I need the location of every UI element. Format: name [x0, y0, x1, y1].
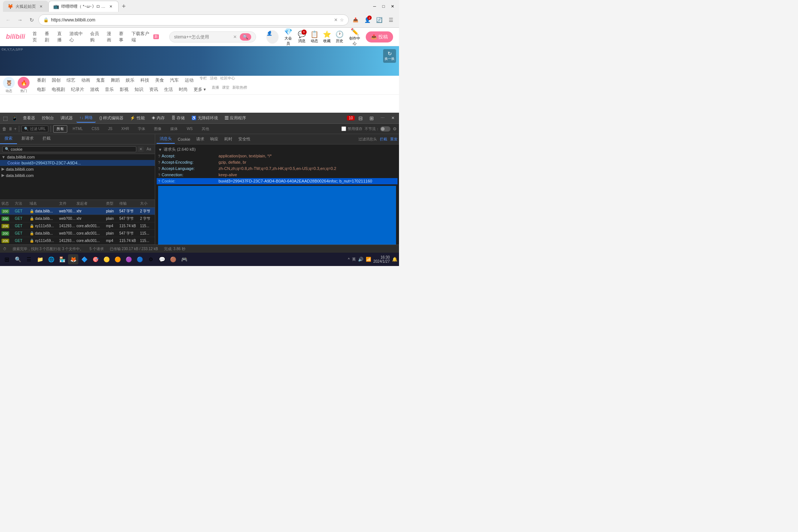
cat-entertainment[interactable]: 娱乐: [123, 76, 137, 85]
dt-more-icon[interactable]: ⋯: [378, 114, 388, 122]
tree-item-3[interactable]: ▶ data.bilibili.com: [0, 172, 155, 178]
git-taskbar-btn[interactable]: 🎯: [90, 254, 100, 265]
app7-taskbar-btn[interactable]: 🟤: [168, 254, 178, 265]
filter-xhr[interactable]: XHR: [118, 126, 132, 132]
clear-requests-icon[interactable]: 🗑: [2, 126, 7, 132]
app6-taskbar-btn[interactable]: 💬: [157, 254, 167, 265]
app4-taskbar-btn[interactable]: 🔵: [134, 254, 145, 265]
cat-more[interactable]: 更多 ▾: [191, 85, 209, 94]
vscode-taskbar-btn[interactable]: 🔷: [79, 254, 89, 265]
action-vip[interactable]: 💎大会员: [283, 28, 293, 46]
tray-expand-btn[interactable]: ^: [348, 258, 350, 262]
cat-food[interactable]: 美食: [152, 76, 167, 85]
filter-js[interactable]: JS: [105, 126, 116, 132]
tab1-close[interactable]: ✕: [38, 3, 44, 9]
help-cookie[interactable]: ?: [158, 180, 160, 184]
close-button[interactable]: ✕: [389, 3, 396, 10]
dt-tool-performance[interactable]: ⚡ 性能: [127, 114, 147, 122]
cat-dance[interactable]: 舞蹈: [108, 76, 123, 85]
search-button[interactable]: 🔍: [240, 33, 251, 41]
network-row-4[interactable]: 200 GET 🔒 data.bilib... web?001111170634…: [0, 230, 155, 237]
tray-clock[interactable]: 16:30 2024/1/27: [374, 255, 390, 263]
minimize-button[interactable]: ─: [371, 3, 378, 10]
account-icon[interactable]: 👤 2: [362, 15, 372, 25]
filter-images[interactable]: 图像: [151, 125, 165, 133]
cat-life[interactable]: 生活: [161, 85, 176, 94]
cat-variety[interactable]: 综艺: [64, 76, 78, 85]
taskview-btn[interactable]: ☰: [24, 254, 34, 265]
network-row-1[interactable]: 200 GET 🔒 data.bilib... web?001111170634…: [0, 208, 155, 215]
refresh-button[interactable]: ↻: [27, 15, 37, 25]
cat-music[interactable]: 音乐: [102, 85, 117, 94]
tray-notification-icon[interactable]: 🔔: [392, 257, 398, 262]
nav-live[interactable]: 直播: [57, 31, 66, 43]
cat-animation[interactable]: 动画: [78, 76, 93, 85]
filter-other[interactable]: 其他: [198, 125, 212, 133]
dt-tool-style[interactable]: {} 样式编辑器: [96, 114, 126, 122]
tray-volume-icon[interactable]: 🔊: [358, 257, 364, 262]
throttle-toggle[interactable]: [380, 126, 391, 132]
subtab-intercept[interactable]: 拦截: [38, 134, 55, 144]
back-button[interactable]: ←: [3, 15, 13, 25]
search-field-dt[interactable]: 🔍 cookie: [2, 146, 136, 152]
action-message[interactable]: 💬 6 消息: [298, 30, 306, 44]
settings-icon[interactable]: ⚙: [393, 126, 397, 132]
filter-media[interactable]: 媒体: [167, 125, 181, 133]
action-dynamic[interactable]: 📋动态: [310, 30, 318, 44]
subtab-search[interactable]: 搜索: [0, 134, 17, 144]
help-accept[interactable]: ?: [158, 154, 160, 158]
cat-sports[interactable]: 运动: [182, 76, 197, 85]
filter-html[interactable]: HTML: [69, 126, 86, 132]
cat-tv[interactable]: 电视剧: [49, 85, 68, 94]
search-taskbar-btn[interactable]: 🔍: [13, 254, 23, 265]
tree-item-2[interactable]: ▶ data.bilibili.com: [0, 166, 155, 172]
bookmark-icon[interactable]: ☆: [340, 17, 344, 23]
browser-taskbar-btn[interactable]: 🌐: [46, 254, 56, 265]
resend-label[interactable]: 重发: [390, 137, 398, 142]
dt-tool-storage[interactable]: 🗄 存储: [168, 114, 188, 122]
dt-inspect-icon[interactable]: ⬚: [1, 115, 9, 122]
search-clear-dt[interactable]: ✕: [138, 146, 144, 152]
pocket-icon[interactable]: 📥: [350, 15, 361, 25]
refresh-banner-btn[interactable]: ↻ 换一换: [383, 49, 396, 63]
store-taskbar-btn[interactable]: 🏪: [57, 254, 67, 265]
fold-icon[interactable]: ▼: [158, 147, 162, 152]
nav-bangumi[interactable]: 番剧: [45, 31, 53, 43]
menu-icon[interactable]: ☰: [386, 15, 396, 25]
cat-car[interactable]: 汽车: [167, 76, 182, 85]
nav-home[interactable]: 首页: [33, 31, 41, 43]
upload-button[interactable]: 📤 投稿: [366, 31, 393, 42]
dt-split-icon[interactable]: ⊞: [366, 114, 377, 123]
dt-dock-icon[interactable]: ⊟: [355, 114, 366, 123]
sync-icon[interactable]: 🔄: [374, 15, 384, 25]
search-input[interactable]: [174, 34, 230, 40]
disable-cache-checkbox[interactable]: [341, 126, 346, 131]
tab-firefox-home[interactable]: 🦊 火狐起始页 ✕: [3, 1, 48, 12]
filter-fonts[interactable]: 字体: [134, 125, 149, 133]
app2-taskbar-btn[interactable]: 🟠: [112, 254, 123, 265]
detail-tab-cookie[interactable]: Cookie: [175, 136, 193, 143]
filter-css[interactable]: CSS: [88, 126, 103, 132]
network-row-5[interactable]: 206 GET 🔒 xy111x59... 1412932981-1-10002…: [0, 237, 155, 245]
dt-tool-network[interactable]: ↑↓ 网络: [76, 113, 96, 123]
cat-ghost[interactable]: 鬼畜: [93, 76, 108, 85]
detail-tab-security[interactable]: 安全性: [235, 135, 253, 143]
search-clear[interactable]: ✕: [233, 34, 237, 40]
firefox-taskbar-btn[interactable]: 🦊: [68, 254, 78, 265]
cat-documentary[interactable]: 纪录片: [68, 85, 87, 94]
app5-taskbar-btn[interactable]: ⚙: [146, 254, 156, 265]
network-row-3[interactable]: 206 GET 🔒 xy111x59... 1412932981-1-10002…: [0, 222, 155, 230]
tab2-close[interactable]: ✕: [108, 4, 114, 10]
nav-manga[interactable]: 漫画: [107, 31, 115, 43]
dt-tool-application[interactable]: ☰ 应用程序: [222, 114, 249, 122]
address-bar[interactable]: 🔒 https://www.bilibili.com ✕ ☆: [38, 14, 349, 25]
cat-news[interactable]: 资讯: [146, 85, 161, 94]
cat-knowledge[interactable]: 知识: [132, 85, 146, 94]
dt-tool-memory[interactable]: ◈ 内存: [149, 114, 168, 122]
error-indicator[interactable]: 10: [347, 116, 355, 120]
cat-guochuang[interactable]: 国创: [49, 76, 64, 85]
cat-video[interactable]: 影视: [117, 85, 132, 94]
action-collect[interactable]: ⭐收藏: [323, 30, 331, 44]
start-button[interactable]: ⊞: [1, 254, 12, 265]
subtab-requests[interactable]: 新请求: [17, 134, 38, 144]
